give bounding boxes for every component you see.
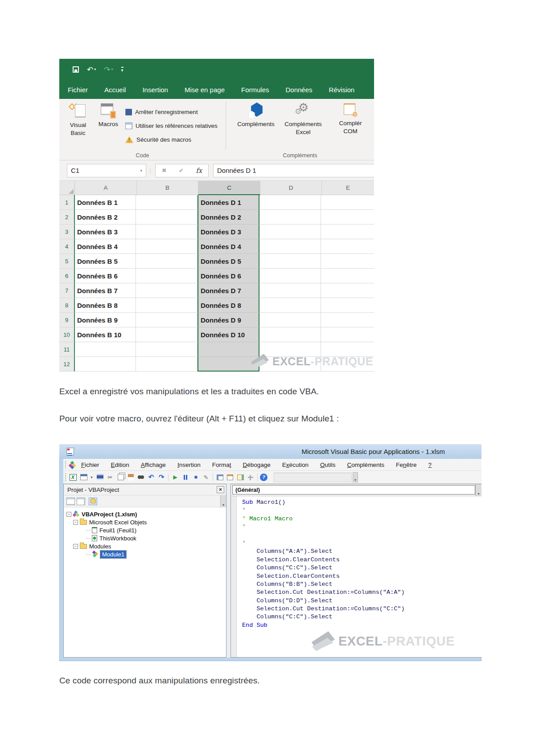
column-header-d[interactable]: D [260,181,322,195]
column-header-c[interactable]: C [198,181,260,195]
row-header[interactable]: 1 [59,195,75,210]
vba-code-editor[interactable]: Sub Macro1()'' Macro1 Macro'' Columns("A… [237,496,482,657]
help-icon[interactable]: ? [260,473,269,482]
cell-column-c[interactable]: Données D 9 [198,313,259,327]
paste-icon[interactable] [126,473,135,482]
cell-column-d[interactable] [259,298,321,313]
cell-column-c[interactable] [198,357,259,372]
insert-userform-button[interactable] [79,473,88,482]
row-header[interactable]: 2 [59,210,75,225]
cell-column-d[interactable] [259,283,321,298]
macro-security-button[interactable]: Sécurité des macros [125,133,218,147]
cell-column-c[interactable]: Données D 7 [198,283,259,298]
row-header[interactable]: 6 [59,269,75,283]
row-header[interactable]: 5 [59,254,75,269]
cell-column-e[interactable] [321,239,374,254]
toolbox-icon[interactable] [246,473,255,482]
menu-item[interactable]: Format [212,462,231,468]
cell-column-e[interactable] [321,254,374,269]
design-mode-icon[interactable]: ✎ [202,473,210,482]
view-code-icon[interactable] [66,498,75,505]
cell-column-c[interactable]: Données D 5 [198,254,259,269]
cell-column-b[interactable] [136,298,198,313]
cell-column-d[interactable] [259,342,321,357]
cell-column-b[interactable] [136,357,198,372]
cell-column-a[interactable]: Données B 2 [75,210,136,225]
redo-button[interactable]: ↷▾ [104,66,113,74]
cell-column-d[interactable] [259,357,321,372]
reset-icon[interactable]: ■ [191,473,200,482]
cell-column-e[interactable] [321,283,374,298]
cell-column-a[interactable]: Données B 3 [75,225,136,239]
cancel-icon[interactable]: ✖ [162,167,167,174]
tree-item-excel-objects[interactable]: − Microsoft Excel Objets [73,518,224,526]
cut-icon[interactable]: ✂ [106,473,115,482]
cell-column-a[interactable]: Données B 5 [75,254,136,269]
menu-item[interactable]: Edition [111,462,129,468]
column-header-b[interactable]: B [137,181,198,195]
undo-icon[interactable]: ↶ [147,473,156,482]
properties-window-icon[interactable] [226,473,235,482]
tree-item-module1[interactable]: Module1 [86,550,224,558]
tree-item-modules[interactable]: − Modules [73,542,224,550]
cell-column-b[interactable] [136,342,198,357]
toolbar-grip[interactable] [65,461,66,469]
cell-column-c[interactable]: Données D 3 [198,225,259,239]
menu-item[interactable]: Débogage [243,462,270,468]
copy-icon[interactable] [116,473,125,482]
cell-column-c[interactable]: Données D 1 [198,195,259,210]
cell-column-d[interactable] [259,327,321,342]
dropdown-icon[interactable]: ▾ [90,473,94,482]
run-icon[interactable]: ▶ [171,473,180,482]
visual-basic-button[interactable]: VisualBasic [65,103,91,160]
excel-addins-button[interactable]: ⚙⚙ ComplémentsExcel [280,102,327,160]
row-header[interactable]: 3 [59,225,75,239]
row-header[interactable]: 10 [59,327,75,342]
toggle-folders-icon[interactable] [89,498,97,505]
cell-column-e[interactable] [321,269,374,283]
cell-column-e[interactable] [321,195,374,210]
toolbar-options-handle[interactable]: ▾ [353,472,358,482]
undo-button[interactable]: ↶▾ [87,66,96,74]
cell-column-b[interactable] [136,210,198,225]
cell-column-b[interactable] [136,327,198,342]
cell-column-a[interactable]: Données B 1 [75,195,136,210]
cell-column-b[interactable] [136,239,198,254]
menu-item[interactable]: Outils [320,462,336,468]
macros-button[interactable]: Macros [95,103,122,160]
cell-column-e[interactable] [321,313,374,327]
cell-column-c[interactable]: Données D 2 [198,210,259,225]
cell-column-d[interactable] [259,269,321,283]
qat-customize-icon[interactable]: ▾ [121,67,123,73]
cell-column-a[interactable]: Données B 9 [75,313,136,327]
save-button[interactable] [95,473,104,482]
break-icon[interactable] [181,473,190,482]
view-excel-button[interactable]: X [69,473,78,482]
redo-icon[interactable]: ↷ [157,473,166,482]
ribbon-tab[interactable]: Révision [329,86,355,94]
close-icon[interactable]: × [217,486,224,493]
cell-column-a[interactable]: Données B 7 [75,283,136,298]
cell-column-b[interactable] [136,269,198,283]
ribbon-tab[interactable]: Accueil [104,86,126,94]
column-header-e[interactable]: E [322,181,374,195]
menu-item[interactable]: Insertion [177,462,201,468]
save-icon[interactable] [73,66,79,73]
stop-recording-button[interactable]: Arrêter l'enregistrement [125,105,218,119]
cell-column-a[interactable] [75,357,136,372]
cell-column-d[interactable] [259,225,321,239]
formula-input[interactable]: Données D 1 [213,164,374,177]
insert-function-icon[interactable]: fx [196,167,202,175]
object-browser-icon[interactable] [236,473,245,482]
cell-column-c[interactable] [198,342,259,357]
ribbon-tab[interactable]: Données [286,86,313,94]
menu-item[interactable]: Fichier [81,462,99,468]
ribbon-tab[interactable]: Insertion [142,86,168,94]
cell-column-d[interactable] [259,210,321,225]
panel-scrollbar[interactable]: ▾ [220,495,226,507]
cell-column-d[interactable] [259,254,321,269]
select-all-corner[interactable] [59,181,75,195]
collapse-icon[interactable]: − [73,544,78,549]
cell-column-e[interactable] [321,342,374,357]
row-header[interactable]: 7 [59,283,75,298]
